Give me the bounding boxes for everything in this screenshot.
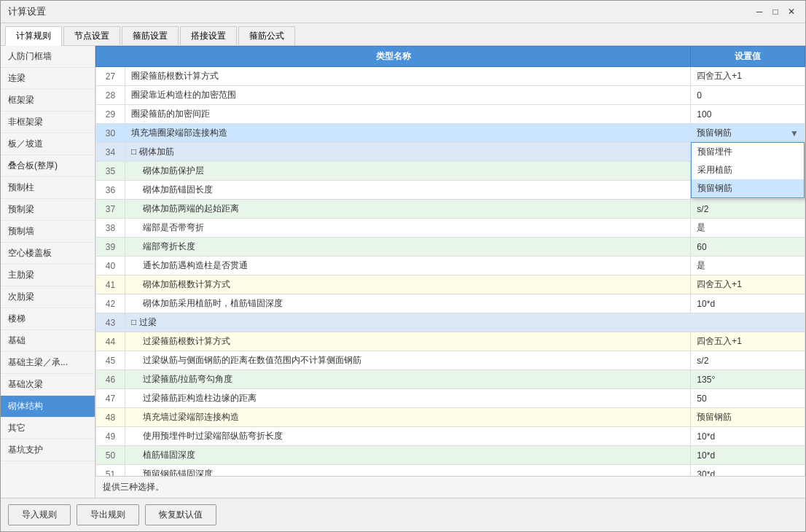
row-label-21: 填充墙过梁端部连接构造 <box>125 408 691 427</box>
row-num-13: 40 <box>96 257 125 275</box>
row-value-3[interactable]: 预留钢筋▼预留埋件采用植筋预留钢筋 <box>691 124 805 143</box>
tab-0[interactable]: 计算规则 <box>5 26 62 46</box>
row-label-24: 预留钢筋锚固深度 <box>125 465 691 477</box>
row-num-17: 44 <box>96 332 125 351</box>
title-bar: 计算设置 ─ □ ✕ <box>1 1 805 23</box>
row-label-1: 圈梁靠近构造柱的加密范围 <box>125 86 691 105</box>
sidebar-item-8[interactable]: 预制墙 <box>1 221 95 243</box>
col-header-value: 设置值 <box>691 47 805 67</box>
row-label-18: 过梁纵筋与侧面钢筋的距离在数值范围内不计算侧面钢筋 <box>125 351 691 370</box>
row-num-7: 34 <box>96 143 125 162</box>
table-row-19: 46过梁箍筋/拉筋弯勾角度135° <box>96 370 805 389</box>
row-num-22: 49 <box>96 427 125 446</box>
row-num-23: 50 <box>96 446 125 465</box>
footer-btn-2[interactable]: 恢复默认值 <box>145 504 216 525</box>
tab-1[interactable]: 节点设置 <box>63 26 120 45</box>
row-label-23: 植筋锚固深度 <box>125 446 691 465</box>
sidebar-item-16[interactable]: 砌体结构 <box>1 396 95 418</box>
table-row-13: 40通长加筋遇构造柱是否贯通是 <box>96 257 805 275</box>
row-label-13: 通长加筋遇构造柱是否贯通 <box>125 257 691 275</box>
sidebar-item-9[interactable]: 空心楼盖板 <box>1 243 95 265</box>
row-value-19: 135° <box>691 370 805 389</box>
sidebar-item-2[interactable]: 框架梁 <box>1 90 95 112</box>
tab-3[interactable]: 搭接设置 <box>180 26 237 45</box>
row-value-13: 是 <box>691 257 805 275</box>
row-value-21: 预留钢筋 <box>691 408 805 427</box>
row-value-23: 10*d <box>691 446 805 465</box>
table-row-12: 39端部弯折长度60 <box>96 238 805 257</box>
window-title: 计算设置 <box>8 5 46 18</box>
sidebar: 人防门框墙连梁框架梁非框架梁板／坡道叠合板(整厚)预制柱预制梁预制墙空心楼盖板主… <box>1 46 95 498</box>
row-label-8: 砌体加筋保护层 <box>125 162 691 181</box>
table-row-21: 48填充墙过梁端部连接构造预留钢筋 <box>96 408 805 427</box>
col-header-name: 类型名称 <box>96 47 691 67</box>
dropdown-option[interactable]: 预留钢筋 <box>692 179 804 197</box>
table-container[interactable]: 类型名称 设置值 27圈梁箍筋根数计算方式四舍五入+128圈梁靠近构造柱的加密范… <box>95 46 805 476</box>
footer-btn-1[interactable]: 导出规则 <box>77 504 139 525</box>
row-num-10: 37 <box>96 200 125 219</box>
table-row-15: 42砌体加筋采用植筋时，植筋锚固深度10*d <box>96 294 805 313</box>
sidebar-item-15[interactable]: 基础次梁 <box>1 374 95 396</box>
row-value-10: s/2 <box>691 200 805 219</box>
row-value-1: 0 <box>691 86 805 105</box>
table-row-16: 43□ 过梁 <box>96 313 805 332</box>
sidebar-item-0[interactable]: 人防门框墙 <box>1 46 95 68</box>
table-row-17: 44过梁箍筋根数计算方式四舍五入+1 <box>96 332 805 351</box>
row-num-2: 29 <box>96 105 125 124</box>
sidebar-item-7[interactable]: 预制梁 <box>1 199 95 221</box>
status-text: 提供三种选择。 <box>103 482 164 492</box>
footer: 导入规则导出规则恢复默认值 <box>1 498 805 531</box>
row-num-11: 38 <box>96 219 125 238</box>
sidebar-item-12[interactable]: 楼梯 <box>1 308 95 330</box>
footer-btn-0[interactable]: 导入规则 <box>8 504 71 525</box>
sidebar-item-18[interactable]: 基坑支护 <box>1 439 95 461</box>
maximize-button[interactable]: □ <box>769 5 782 18</box>
row-label-20: 过梁箍筋距构造柱边缘的距离 <box>125 389 691 408</box>
sidebar-item-1[interactable]: 连梁 <box>1 68 95 90</box>
row-num-14: 41 <box>96 275 125 294</box>
row-value-17: 四舍五入+1 <box>691 332 805 351</box>
main-content: 类型名称 设置值 27圈梁箍筋根数计算方式四舍五入+128圈梁靠近构造柱的加密范… <box>95 46 805 498</box>
sidebar-item-14[interactable]: 基础主梁／承... <box>1 352 95 374</box>
table-row-14: 41砌体加筋根数计算方式四舍五入+1 <box>96 275 805 294</box>
row-value-2: 100 <box>691 105 805 124</box>
row-label-9: 砌体加筋锚固长度 <box>125 181 691 200</box>
sidebar-item-6[interactable]: 预制柱 <box>1 177 95 199</box>
row-label-19: 过梁箍筋/拉筋弯勾角度 <box>125 370 691 389</box>
row-label-2: 圈梁箍筋的加密间距 <box>125 105 691 124</box>
sidebar-item-3[interactable]: 非框架梁 <box>1 112 95 133</box>
row-num-0: 27 <box>96 67 125 86</box>
sidebar-item-5[interactable]: 叠合板(整厚) <box>1 155 95 177</box>
row-num-1: 28 <box>96 86 125 105</box>
row-value-20: 50 <box>691 389 805 408</box>
row-label-11: 端部是否带弯折 <box>125 219 691 238</box>
row-num-8: 35 <box>96 162 125 181</box>
table-row-18: 45过梁纵筋与侧面钢筋的距离在数值范围内不计算侧面钢筋s/2 <box>96 351 805 370</box>
row-value-11: 是 <box>691 219 805 238</box>
row-label-17: 过梁箍筋根数计算方式 <box>125 332 691 351</box>
row-label-12: 端部弯折长度 <box>125 238 691 257</box>
row-num-9: 36 <box>96 181 125 200</box>
sidebar-item-13[interactable]: 基础 <box>1 330 95 352</box>
row-num-20: 47 <box>96 389 125 408</box>
table-row-0: 27圈梁箍筋根数计算方式四舍五入+1 <box>96 67 805 86</box>
row-value-18: s/2 <box>691 351 805 370</box>
row-value-12: 60 <box>691 238 805 257</box>
sidebar-item-10[interactable]: 主肋梁 <box>1 265 95 286</box>
sidebar-item-17[interactable]: 其它 <box>1 418 95 439</box>
tab-4[interactable]: 箍筋公式 <box>238 26 295 45</box>
table-row-23: 50植筋锚固深度10*d <box>96 446 805 465</box>
sidebar-item-4[interactable]: 板／坡道 <box>1 133 95 155</box>
dropdown-option[interactable]: 采用植筋 <box>692 161 804 179</box>
tab-2[interactable]: 箍筋设置 <box>122 26 179 45</box>
row-num-3: 30 <box>96 124 125 143</box>
minimize-button[interactable]: ─ <box>753 5 766 18</box>
dropdown-option[interactable]: 预留埋件 <box>692 143 804 161</box>
row-value-22: 10*d <box>691 427 805 446</box>
sidebar-item-11[interactable]: 次肋梁 <box>1 286 95 308</box>
table-row-2: 29圈梁箍筋的加密间距100 <box>96 105 805 124</box>
close-button[interactable]: ✕ <box>785 5 798 18</box>
main-window: 计算设置 ─ □ ✕ 计算规则节点设置箍筋设置搭接设置箍筋公式 人防门框墙连梁框… <box>0 0 806 532</box>
row-num-15: 42 <box>96 294 125 313</box>
row-label-10: 砌体加筋两端的起始距离 <box>125 200 691 219</box>
